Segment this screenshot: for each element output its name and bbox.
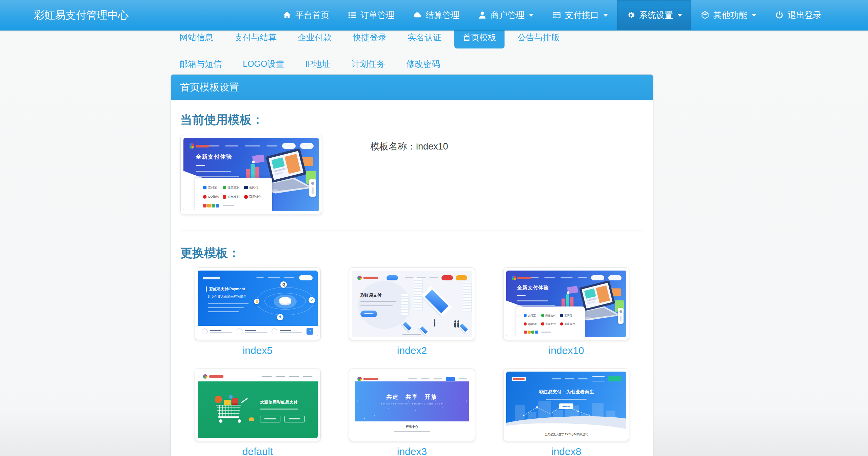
nav-item-logout[interactable]: 退出登录 — [766, 0, 831, 30]
tabs-row-2: 邮箱与短信 LOGO设置 IP地址 计划任务 修改密码 — [171, 53, 666, 75]
template-thumbnail-index3[interactable]: 共建 共享 开放 CO CONSTRUCTION SHARING AND OPE… — [349, 369, 475, 441]
chevron-down-icon — [603, 14, 608, 17]
chevron-down-icon — [677, 14, 682, 17]
top-navbar: 彩虹易支付管理中心 平台首页 订单管理 结算管理 商户管理 支付接口 系统设置 — [0, 0, 868, 31]
preview-register-button — [284, 416, 305, 422]
preview-subtitle: 让支付接入前所未有的简单 — [208, 295, 246, 299]
preview-subtitle: CO CONSTRUCTION SHARING AND OPEN — [355, 402, 469, 405]
preview-caption: 全天候无人值守 7X24小时高效运转 — [506, 433, 626, 436]
chevron-down-icon — [529, 14, 534, 17]
nav-item-payment-api[interactable]: 支付接口 — [543, 0, 617, 30]
preview-title: 彩虹易支付 — [360, 293, 382, 298]
home-template-panel: 首页模板设置 当前使用模板： 全新支付体验 — [171, 74, 653, 456]
navbar-menu: 平台首页 订单管理 结算管理 商户管理 支付接口 系统设置 其他功能 — [273, 0, 831, 30]
template-preview-index3: 共建 共享 开放 CO CONSTRUCTION SHARING AND OPE… — [352, 372, 472, 438]
template-cell-index8: 彩虹易支付 - 为创业者而生 — [489, 369, 644, 456]
payment-logos-card: 支付宝 微信支付 云闪付 QQ钱包 京东支付 百度钱包 — [195, 178, 272, 211]
side-widget — [309, 179, 316, 197]
chevron-down-icon — [752, 14, 756, 17]
home-icon — [282, 11, 292, 20]
current-template-thumbnail: 全新支付体验 — [180, 135, 322, 214]
current-template-row: 全新支付体验 — [180, 135, 644, 214]
template-thumbnail-index2[interactable]: 彩虹易支付 — [349, 267, 475, 340]
preview-title: 欢迎使用彩虹易支付 — [260, 400, 313, 405]
template-preview-index8: 彩虹易支付 - 为创业者而生 — [506, 372, 626, 438]
tab-logo-settings[interactable]: LOGO设置 — [235, 53, 292, 75]
cart-illustration — [213, 395, 249, 423]
preview-title: 共建 共享 开放 — [355, 394, 469, 401]
template-label-index2[interactable]: index2 — [397, 345, 427, 356]
payment-logos-card: 支付宝 微信支付 云闪付 QQ钱包 京东支付 百度钱包 — [516, 306, 585, 337]
template-label-index10[interactable]: index10 — [549, 345, 584, 356]
template-label-index3[interactable]: index3 — [397, 446, 427, 456]
nav-item-home[interactable]: 平台首页 — [273, 0, 338, 30]
orbit-illustration: Q ✓ 支 ▦ — [256, 280, 314, 321]
preview-login-button — [260, 416, 280, 422]
preview-title: 彩虹易支付 - 为创业者而生 — [506, 389, 626, 395]
template-thumbnail-default[interactable]: 欢迎使用彩虹易支付 — [195, 369, 321, 441]
current-template-heading: 当前使用模板： — [180, 113, 644, 127]
gear-icon — [626, 11, 635, 20]
template-label-index5[interactable]: index5 — [242, 345, 272, 356]
template-cell-index5: 彩虹易支付/Payment 让支付接入前所未有的简单 Q ✓ 支 ▦ — [180, 267, 335, 356]
template-preview-index10: 全新支付体验 — [183, 138, 319, 211]
features-strip: ^ — [198, 326, 318, 337]
template-grid: 彩虹易支付/Payment 让支付接入前所未有的简单 Q ✓ 支 ▦ — [180, 267, 644, 456]
tab-change-password[interactable]: 修改密码 — [398, 53, 448, 75]
preview-cta-button — [360, 311, 377, 317]
preview-caption: 产品中心 — [352, 425, 472, 429]
cube-icon — [701, 11, 710, 20]
banner-illustration: 共建 共享 开放 CO CONSTRUCTION SHARING AND OPE… — [355, 381, 469, 421]
user-icon — [478, 11, 487, 20]
side-widget — [618, 308, 624, 324]
template-preview-index10: 全新支付体验 — [506, 271, 626, 337]
settings-tabs: 网站信息 支付与结算 企业付款 快捷登录 实名认证 首页模板 公告与排版 邮箱与… — [171, 26, 666, 75]
power-icon — [775, 11, 784, 20]
preview-heading: 全新支付体验 — [196, 153, 232, 161]
template-cell-index2: 彩虹易支付 index2 — [335, 267, 489, 356]
template-preview-index5: 彩虹易支付/Payment 让支付接入前所未有的简单 Q ✓ 支 ▦ — [198, 271, 318, 337]
section-divider — [181, 231, 643, 231]
isometric-illustration — [400, 277, 472, 333]
template-label-default[interactable]: default — [242, 446, 273, 456]
tab-email-sms[interactable]: 邮箱与短信 — [171, 53, 230, 75]
nav-item-system-settings[interactable]: 系统设置 — [617, 0, 691, 30]
cloud-icon — [413, 11, 422, 20]
brand-title[interactable]: 彩虹易支付管理中心 — [0, 0, 142, 30]
template-preview-index2: 彩虹易支付 — [352, 271, 472, 337]
template-label-index8[interactable]: index8 — [551, 446, 581, 456]
panel-body: 当前使用模板： 全新支付体验 — [171, 100, 653, 456]
panel-title: 首页模板设置 — [171, 75, 653, 100]
change-template-heading: 更换模板： — [180, 246, 644, 260]
template-thumbnail-index10[interactable]: 全新支付体验 — [503, 267, 629, 340]
current-template-name: 模板名称：index10 — [370, 140, 448, 214]
nav-item-orders[interactable]: 订单管理 — [338, 0, 403, 30]
credit-card-icon — [552, 11, 561, 20]
template-cell-index10: 全新支付体验 — [489, 267, 644, 356]
nav-item-other-functions[interactable]: 其他功能 — [691, 0, 766, 30]
preview-title: 彩虹易支付/Payment — [206, 286, 245, 292]
template-preview-default: 欢迎使用彩虹易支付 — [198, 372, 318, 438]
nav-item-settlement[interactable]: 结算管理 — [403, 0, 469, 30]
template-cell-default: 欢迎使用彩虹易支付 default — [180, 369, 335, 456]
template-thumbnail-index8[interactable]: 彩虹易支付 - 为创业者而生 — [503, 369, 629, 441]
tab-scheduled-tasks[interactable]: 计划任务 — [343, 53, 393, 75]
nav-item-merchants[interactable]: 商户管理 — [469, 0, 543, 30]
preview-heading: 全新支付体验 — [517, 284, 549, 291]
list-icon — [348, 11, 357, 20]
template-cell-index3: 共建 共享 开放 CO CONSTRUCTION SHARING AND OPE… — [335, 369, 489, 456]
template-thumbnail-index5[interactable]: 彩虹易支付/Payment 让支付接入前所未有的简单 Q ✓ 支 ▦ — [195, 267, 321, 340]
tab-ip-address[interactable]: IP地址 — [297, 53, 338, 75]
